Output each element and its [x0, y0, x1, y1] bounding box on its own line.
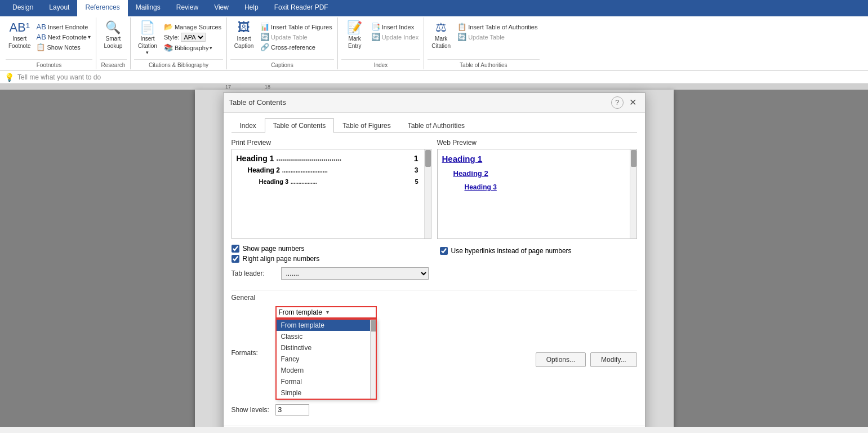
toa-icon: 📋 [457, 23, 466, 31]
endnote-icon: AB [36, 23, 46, 31]
caption-icon: 🖼 [238, 21, 250, 34]
options-button[interactable]: Options... [536, 352, 586, 367]
tab-layout[interactable]: Layout [41, 0, 77, 16]
modify-button[interactable]: Modify... [590, 352, 636, 367]
dropdown-scrollthumb [371, 320, 376, 332]
print-h3: Heading 3 ................. 5 [259, 178, 419, 185]
table-figures-icon: 📊 [260, 23, 269, 31]
tab-figures[interactable]: Table of Figures [334, 118, 399, 133]
insert-table-figures-button[interactable]: 📊 Insert Table of Figures [259, 22, 334, 32]
print-h2: Heading 2 ........................... 3 [248, 166, 419, 175]
ribbon-tab-bar: Design Layout References Mailings Review… [0, 0, 868, 16]
web-preview-scrollbar[interactable] [630, 149, 636, 238]
show-page-numbers-checkbox[interactable] [232, 245, 239, 253]
dialog-footer: OK Cancel [224, 426, 645, 427]
next-footnote-button[interactable]: AB Next Footnote ▾ [34, 32, 92, 42]
print-h1: Heading 1 ..............................… [237, 154, 419, 163]
format-option-from-template[interactable]: From template [277, 320, 376, 331]
tab-toc[interactable]: Table of Contents [265, 118, 334, 133]
insert-citation-button[interactable]: 📄 Insert Citation ▾ [134, 20, 161, 58]
format-option-fancy[interactable]: Fancy [277, 354, 376, 365]
dialog-titlebar: Table of Contents ? ✕ [224, 93, 645, 113]
mark-citation-button[interactable]: ⚖ Mark Citation [428, 20, 455, 51]
footnote-icon: AB¹ [9, 21, 30, 34]
index-label: Index [341, 59, 420, 68]
tab-references[interactable]: References [77, 0, 127, 16]
web-h2[interactable]: Heading 2 [453, 169, 624, 178]
doc-page: 3. Định vị..............................… [195, 90, 674, 427]
tab-leader-select[interactable]: ....... [281, 267, 429, 280]
show-notes-button[interactable]: 📋 Show Notes [34, 42, 92, 52]
tab-index[interactable]: Index [232, 118, 265, 133]
dropdown-scrollbar[interactable] [370, 320, 376, 399]
preview-row: Print Preview Heading 1 ................… [232, 139, 637, 239]
show-notes-icon: 📋 [36, 43, 45, 51]
use-hyperlinks-row: Use hyperlinks instead of page numbers [440, 247, 572, 255]
update-table-toa-button[interactable]: 🔄 Update Table [456, 32, 539, 42]
tab-foxit[interactable]: Foxit Reader PDF [266, 0, 336, 16]
sources-icon: 📂 [164, 23, 173, 31]
right-align-checkbox[interactable] [232, 255, 239, 263]
cross-reference-button[interactable]: 🔗 Cross-reference [259, 42, 334, 52]
formats-dropdown-trigger[interactable]: From template ▾ [275, 306, 377, 319]
dots1: ................................. [276, 154, 411, 163]
citation-icon: 📄 [140, 21, 155, 34]
tellme-bar: 💡 Tell me what you want to do [0, 71, 868, 84]
show-levels-input[interactable] [275, 404, 309, 416]
show-levels-label: Show levels: [232, 406, 271, 414]
web-h1[interactable]: Heading 1 [442, 154, 624, 164]
web-preview-content: Heading 1 Heading 2 Heading 3 [442, 154, 632, 191]
update-table-captions-button[interactable]: 🔄 Update Table [259, 32, 334, 42]
print-scrollthumb [425, 150, 431, 167]
format-option-distinctive[interactable]: Distinctive [277, 342, 376, 354]
mark-entry-button[interactable]: 📝 Mark Entry [341, 20, 368, 51]
tab-authorities[interactable]: Table of Authorities [399, 118, 473, 133]
tab-review[interactable]: Review [168, 0, 206, 16]
print-preview-box: Heading 1 ..............................… [232, 149, 431, 239]
modal-overlay: Table of Contents ? ✕ Index Table of Con… [195, 90, 674, 427]
formats-value: From template [279, 308, 326, 316]
formats-row: Formats: From template ▾ [232, 306, 377, 400]
style-select[interactable]: APA [181, 33, 206, 42]
tab-mailings[interactable]: Mailings [128, 0, 168, 16]
tellme-icon: 💡 [5, 73, 14, 82]
insert-index-button[interactable]: 📑 Insert Index [370, 22, 420, 32]
dialog-close-button[interactable]: ✕ [627, 96, 639, 109]
right-align-row: Right align page numbers [232, 255, 429, 263]
document-area: 1718 3. Định vị.........................… [0, 84, 868, 427]
update-index-button[interactable]: 🔄 Update Index [370, 32, 420, 42]
format-option-simple[interactable]: Simple [277, 387, 376, 399]
smartlookup-icon: 🔍 [105, 21, 121, 34]
dots2: ........................... [282, 166, 412, 175]
format-option-classic[interactable]: Classic [277, 331, 376, 342]
format-option-formal[interactable]: Formal [277, 376, 376, 387]
tab-design[interactable]: Design [5, 0, 41, 16]
group-toa: ⚖ Mark Citation 📋 Insert Table of Author… [424, 17, 542, 69]
group-index: 📝 Mark Entry 📑 Insert Index 🔄 Update Ind… [338, 17, 424, 69]
group-footnotes: AB¹ Insert Footnote AB Insert Endnote AB… [2, 17, 96, 69]
research-label: Research [100, 59, 127, 68]
update-captions-icon: 🔄 [260, 33, 269, 41]
manage-sources-button[interactable]: 📂 Manage Sources [162, 22, 223, 32]
group-captions: 🖼 Insert Caption 📊 Insert Table of Figur… [227, 17, 338, 69]
insert-footnote-button[interactable]: AB¹ Insert Footnote [6, 20, 33, 51]
dropdown-arrow: ▾ [326, 309, 373, 315]
insert-caption-button[interactable]: 🖼 Insert Caption [230, 20, 257, 51]
smart-lookup-button[interactable]: 🔍 Smart Lookup [100, 20, 127, 51]
next-footnote-icon: AB [36, 33, 46, 41]
print-preview-label: Print Preview [232, 139, 431, 147]
insert-endnote-button[interactable]: AB Insert Endnote [34, 22, 92, 32]
format-option-modern[interactable]: Modern [277, 365, 376, 376]
print-preview-scrollbar[interactable] [424, 149, 431, 238]
tellme-text[interactable]: Tell me what you want to do [17, 73, 101, 81]
dialog-help-button[interactable]: ? [611, 96, 624, 109]
use-hyperlinks-checkbox[interactable] [440, 247, 448, 255]
dots3: ................. [291, 178, 412, 185]
tab-help[interactable]: Help [237, 0, 266, 16]
dialog-body: Index Table of Contents Table of Figures… [224, 113, 645, 426]
bibliography-button[interactable]: 📚 Bibliography ▾ [162, 43, 223, 52]
style-row[interactable]: Style: APA [162, 32, 223, 42]
web-h3[interactable]: Heading 3 [465, 183, 624, 191]
insert-table-authorities-button[interactable]: 📋 Insert Table of Authorities [456, 22, 539, 32]
tab-view[interactable]: View [206, 0, 237, 16]
